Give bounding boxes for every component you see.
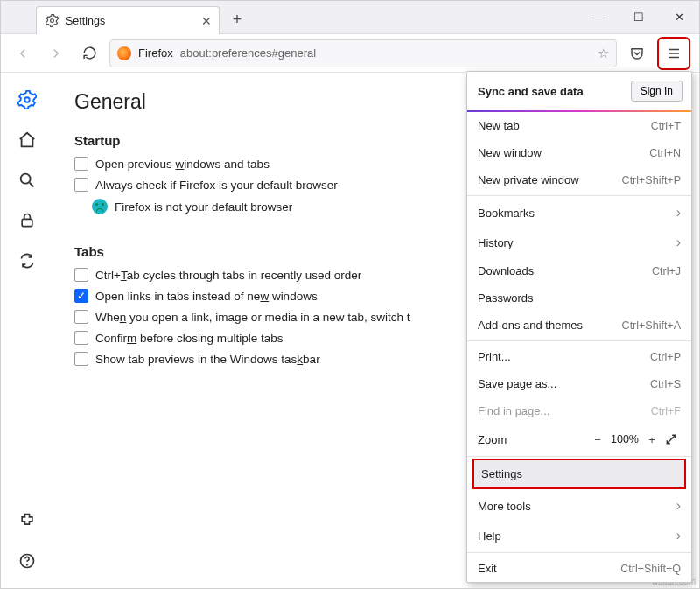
- hamburger-highlight: [657, 37, 690, 70]
- not-default-label: Firefox is not your default browser: [115, 200, 292, 214]
- preferences-sidebar: [1, 73, 53, 588]
- tab-close-icon[interactable]: ✕: [201, 14, 212, 28]
- reload-button[interactable]: [76, 40, 102, 67]
- sidebar-sync-icon[interactable]: [18, 251, 37, 270]
- zoom-in-button[interactable]: +: [642, 430, 662, 449]
- menu-more-tools[interactable]: More tools ›: [467, 491, 691, 521]
- menu-passwords[interactable]: Passwords: [467, 284, 691, 312]
- menu-zoom-row: Zoom − 100% +: [467, 424, 691, 454]
- always-check-label: Always check if Firefox is your default …: [95, 179, 338, 192]
- checkbox-open-previous[interactable]: [74, 157, 88, 171]
- menu-history[interactable]: History ›: [467, 228, 691, 257]
- svg-point-1: [24, 97, 30, 102]
- minimize-button[interactable]: —: [578, 1, 619, 32]
- ctrltab-label: Ctrl+Tab cycles through tabs in recently…: [95, 269, 361, 282]
- menu-new-window[interactable]: New window Ctrl+N: [467, 139, 691, 166]
- chevron-right-icon: ›: [676, 205, 681, 221]
- zoom-value: 100%: [607, 433, 642, 445]
- firefox-icon: [117, 46, 131, 60]
- browser-tab[interactable]: Settings ✕: [36, 6, 220, 34]
- sidebar-search-icon[interactable]: [18, 171, 37, 190]
- checkbox-tab-previews[interactable]: [74, 352, 88, 366]
- chevron-right-icon: ›: [676, 528, 681, 543]
- menu-new-tab[interactable]: New tab Ctrl+T: [467, 112, 691, 139]
- checkbox-always-check[interactable]: [74, 178, 88, 192]
- new-tab-button[interactable]: +: [225, 7, 249, 32]
- close-window-button[interactable]: ✕: [659, 1, 699, 32]
- svg-point-0: [51, 19, 54, 23]
- menu-exit[interactable]: Exit Ctrl+Shift+Q: [467, 555, 691, 582]
- checkbox-confirm-close[interactable]: [74, 331, 88, 345]
- settings-highlight: Settings: [472, 459, 686, 489]
- svg-rect-3: [22, 219, 32, 226]
- app-menu-button[interactable]: [661, 40, 687, 67]
- chevron-right-icon: ›: [676, 235, 681, 250]
- gear-icon: [46, 14, 59, 27]
- menu-addons[interactable]: Add-ons and themes Ctrl+Shift+A: [467, 312, 691, 339]
- zoom-out-button[interactable]: −: [588, 430, 607, 449]
- chevron-right-icon: ›: [676, 498, 681, 514]
- sidebar-privacy-icon[interactable]: [18, 211, 37, 230]
- window-controls: — ☐ ✕: [578, 1, 699, 32]
- back-button[interactable]: [10, 40, 36, 67]
- menu-settings[interactable]: Settings: [474, 460, 684, 487]
- forward-button[interactable]: [43, 40, 69, 67]
- checkbox-ctrltab[interactable]: [74, 268, 88, 282]
- sync-title: Sync and save data: [478, 85, 584, 98]
- tab-title: Settings: [66, 15, 201, 27]
- switch-to-tab-label: When you open a link, image or media in …: [95, 311, 410, 324]
- address-url: about:preferences#general: [180, 46, 316, 60]
- menu-save-page-as[interactable]: Save page as... Ctrl+S: [467, 370, 691, 397]
- address-identity: Firefox: [138, 46, 173, 60]
- menu-print[interactable]: Print... Ctrl+P: [467, 343, 691, 370]
- checkbox-switch-to-tab[interactable]: [74, 310, 88, 324]
- sign-in-button[interactable]: Sign In: [631, 81, 682, 102]
- browser-toolbar: Firefox about:preferences#general ☆: [1, 34, 699, 73]
- maximize-button[interactable]: ☐: [619, 1, 659, 32]
- sad-face-icon: [92, 199, 108, 214]
- address-bar[interactable]: Firefox about:preferences#general ☆: [109, 39, 617, 67]
- svg-point-2: [21, 174, 31, 184]
- tab-previews-label: Show tab previews in the Windows taskbar: [95, 353, 320, 366]
- menu-bookmarks[interactable]: Bookmarks ›: [467, 198, 691, 228]
- app-menu-panel: Sync and save data Sign In New tab Ctrl+…: [466, 71, 692, 583]
- sync-header: Sync and save data Sign In: [467, 72, 691, 112]
- open-previous-label: Open previous windows and tabs: [95, 158, 270, 171]
- menu-new-private-window[interactable]: New private window Ctrl+Shift+P: [467, 166, 691, 193]
- sidebar-extensions-icon[interactable]: [18, 511, 37, 530]
- fullscreen-icon[interactable]: [662, 430, 681, 449]
- menu-find-in-page: Find in page... Ctrl+F: [467, 397, 691, 424]
- checkbox-open-links[interactable]: ✓: [74, 289, 88, 303]
- pocket-button[interactable]: [624, 40, 650, 67]
- svg-point-5: [27, 564, 28, 565]
- open-links-label: Open links in tabs instead of new window…: [95, 290, 318, 303]
- menu-downloads[interactable]: Downloads Ctrl+J: [467, 257, 691, 284]
- bookmark-star-icon[interactable]: ☆: [598, 46, 609, 61]
- sidebar-home-icon[interactable]: [18, 130, 37, 150]
- confirm-close-label: Confirm before closing multiple tabs: [95, 332, 284, 345]
- sidebar-general-icon[interactable]: [18, 90, 37, 109]
- window-titlebar: Settings ✕ + — ☐ ✕: [1, 1, 699, 34]
- sidebar-help-icon[interactable]: [18, 551, 37, 571]
- menu-help[interactable]: Help ›: [467, 521, 691, 550]
